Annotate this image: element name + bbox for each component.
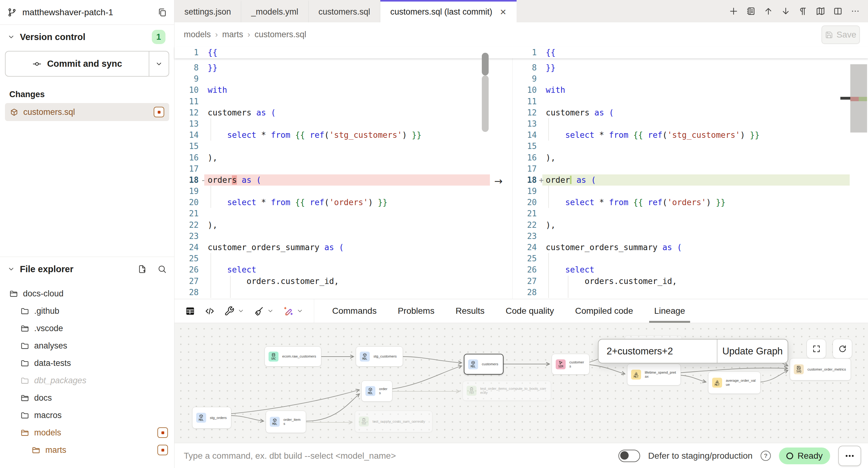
bottom-tab-problems[interactable]: Problems [387,299,445,323]
new-file-icon[interactable] [137,264,147,274]
code-line-modified-19[interactable]: 19 [513,186,868,197]
code-line-modified-21[interactable]: 21 [513,208,868,219]
code-line-modified-23[interactable]: 23 [513,230,868,242]
lineage-node-orders[interactable]: MDLorders [361,380,393,402]
code-line-modified-28[interactable]: 28 [513,287,868,298]
diff-pane-modified[interactable]: 8}}910with1112customers as (1314 select … [512,46,868,299]
wrench-tool[interactable] [224,306,244,316]
code-line-modified-18[interactable]: 18+order as ( [513,175,868,186]
bottom-tab-code-quality[interactable]: Code quality [495,299,565,323]
code-line-original-13[interactable]: 13 [175,118,490,129]
tree-item-macros[interactable]: macros [0,407,174,424]
commit-options-caret[interactable] [149,52,168,76]
code-line-modified-25[interactable]: 25 [513,253,868,264]
lineage-node-customer-order-metrics[interactable]: SVQcustomer_order_metrics [790,358,851,380]
help-icon[interactable]: ? [761,450,771,461]
branch-header[interactable]: matthewshaver-patch-1 [0,0,174,25]
commit-and-sync-main[interactable]: Commit and sync [6,52,149,76]
arrow-down-icon[interactable] [781,6,790,16]
code-line-original-10[interactable]: 10with [175,85,490,96]
sticky-line-modified[interactable]: 1{{ [513,46,868,58]
code-line-original-9[interactable]: 9 [175,73,490,85]
breadcrumb-item-customers-sql[interactable]: customers.sql [254,30,306,39]
defer-toggle[interactable] [618,450,640,462]
code-line-original-14[interactable]: 14 select * from {{ ref('stg_customers')… [175,129,490,141]
code-line-original-22[interactable]: 22), [175,219,490,230]
copy-icon[interactable] [157,8,167,17]
wand-tool[interactable] [283,306,303,316]
code-line-original-20[interactable]: 20 select * from {{ ref('orders') }} [175,197,490,208]
tree-item-dbt-packages[interactable]: dbt_packages [0,372,174,389]
tree-item-models[interactable]: models [0,424,174,441]
arrow-up-icon[interactable] [764,6,773,16]
code-line-modified-13[interactable]: 13 [513,118,868,129]
scrollbar-thumb[interactable] [482,53,489,75]
lineage-node-ecom-raw-customers[interactable]: SRCecom.raw_customers [265,346,321,367]
code-line-original-17[interactable]: 17 [175,163,490,175]
code-line-original-18[interactable]: 18-orders as ( [175,175,490,186]
refresh-button[interactable] [833,339,852,358]
code-line-modified-9[interactable]: 9 [513,73,868,85]
tree-item-docs-cloud[interactable]: docs-cloud [0,285,174,302]
broom-tool[interactable] [254,306,274,316]
version-control-header[interactable]: Version control 1 [0,25,174,49]
code-line-original-11[interactable]: 11 [175,96,490,107]
code-line-original-23[interactable]: 23 [175,230,490,242]
more-options-button[interactable] [838,446,861,466]
code-line-modified-11[interactable]: 11 [513,96,868,107]
code-tool[interactable] [205,306,215,316]
code-line-modified-12[interactable]: 12customers as ( [513,107,868,118]
lineage-node-test-supply-costs-sum-correctly[interactable]: TSTtest_supply_costs_sum_correctly [355,411,432,432]
tab-models-yml[interactable]: _models.yml [241,0,309,22]
tree-item-marts[interactable]: marts [0,441,174,459]
sticky-line-original[interactable]: 1{{ [175,46,490,58]
lineage-node-average-order-value[interactable]: METaverage_order_value [708,372,761,394]
lineage-node-lifetime-spend-pretax[interactable]: METlifetime_spend_pretax [627,364,681,385]
plus-icon[interactable] [729,6,738,16]
lineage-node-order-items[interactable]: MDLorder_items [266,411,306,433]
code-line-original-25[interactable]: 25 [175,253,490,264]
tab-customers-sql[interactable]: customers.sql [309,0,381,22]
code-line-modified-15[interactable]: 15 [513,141,868,152]
code-line-modified-14[interactable]: 14 select * from {{ ref('stg_customers')… [513,129,868,141]
code-line-original-27[interactable]: 27 orders.customer_id, [175,276,490,287]
pilcrow-icon[interactable] [799,6,808,16]
split-icon[interactable] [833,6,842,16]
commit-and-sync-button[interactable]: Commit and sync [5,51,169,77]
update-graph-button[interactable]: Update Graph [717,340,787,363]
bottom-tab-lineage[interactable]: Lineage [644,299,696,323]
bottom-tab-results[interactable]: Results [445,299,495,323]
scrollbar-thumb[interactable] [482,75,489,132]
fullscreen-button[interactable] [807,339,826,358]
command-input[interactable]: Type a command, ex. dbt build --select <… [184,443,396,468]
code-line-modified-8[interactable]: 8}} [513,62,868,73]
tree-item-data-tests[interactable]: data-tests [0,354,174,372]
table-tool[interactable] [185,306,195,316]
tree-item-vscode[interactable]: .vscode [0,320,174,337]
dots-icon[interactable] [850,6,860,16]
code-line-modified-16[interactable]: 16), [513,152,868,163]
code-line-original-21[interactable]: 21 [175,208,490,219]
search-icon[interactable] [157,264,167,274]
code-line-original-26[interactable]: 26 select [175,264,490,275]
status-badge[interactable]: Ready [779,447,830,464]
code-line-original-16[interactable]: 16), [175,152,490,163]
code-line-original-12[interactable]: 12customers as ( [175,107,490,118]
breadcrumb-item-models[interactable]: models [184,30,211,39]
lineage-node-stg-customers[interactable]: MDLstg_customers [356,346,403,367]
tab-customers-sql-last-commit[interactable]: customers.sql (last commit)✕ [380,0,516,22]
code-line-original-8[interactable]: 8}} [175,62,490,73]
tab-settings-json[interactable]: settings.json [175,0,241,22]
code-line-original-28[interactable]: 28 [175,287,490,298]
file-explorer-header[interactable]: File explorer [0,258,174,280]
lineage-canvas[interactable]: METcount_lifetime_ordersSRCecom.raw_cust… [175,323,868,443]
code-line-original-15[interactable]: 15 [175,141,490,152]
save-button[interactable]: Save [822,26,860,44]
code-line-modified-10[interactable]: 10with [513,85,868,96]
code-line-original-24[interactable]: 24customer_orders_summary as ( [175,242,490,253]
code-line-modified-20[interactable]: 20 select * from {{ ref('orders') }} [513,197,868,208]
code-line-original-19[interactable]: 19 [175,186,490,197]
lineage-node-stg-orders[interactable]: MDLstg_orders [192,407,231,429]
lineage-node-customers[interactable]: MDLcustomers [464,354,503,375]
code-line-modified-26[interactable]: 26 select [513,264,868,275]
